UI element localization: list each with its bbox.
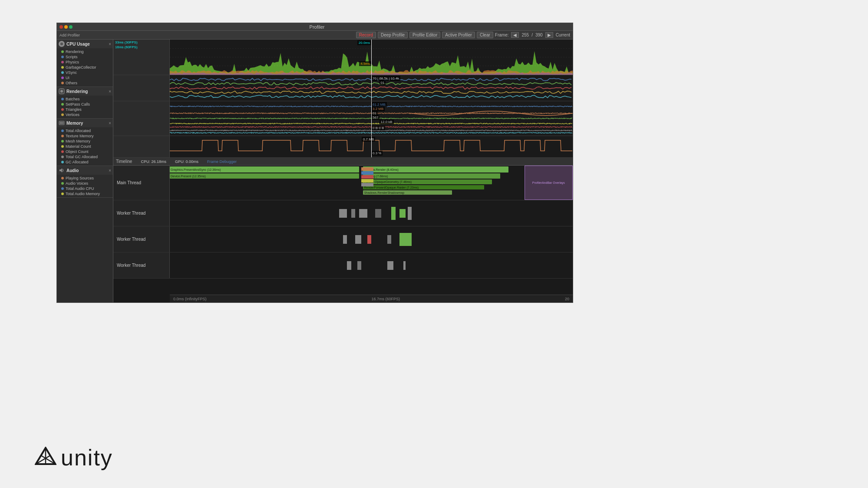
memory-close[interactable]: × — [109, 121, 111, 126]
frame-next-btn[interactable]: ▶ — [545, 32, 553, 38]
memory-section: Memory × Total Allocated Texture Memory … — [57, 119, 113, 166]
cpu-items: Rendering Scripts Physics GarbageCollect… — [57, 48, 113, 86]
tl-middle-blocks — [361, 167, 373, 193]
memory-playhead — [371, 101, 372, 136]
window-min-btn[interactable] — [64, 25, 68, 29]
physics-dot — [61, 61, 64, 63]
cpu-section-header[interactable]: CPU Usage × — [57, 40, 113, 48]
mem-item-texture: Texture Memory — [60, 133, 113, 139]
tl-right-overlay: ProfilerAndBar Overlays — [525, 166, 573, 200]
tl-block-present-sync[interactable]: Graphics.PresentAndSync (12.36ms) — [170, 166, 359, 173]
tl-block-camera-render[interactable]: Camera.Render (8.40ms) — [363, 166, 508, 173]
mem-item-object: Object Count — [60, 149, 113, 154]
audio-items: Playing Sources Audio Voices Total Audio… — [57, 175, 113, 197]
wt3-block4 — [403, 261, 406, 270]
cpu-fps60: 16ms (60FPS) — [115, 45, 138, 49]
worker-thread-2-bars[interactable] — [170, 226, 573, 252]
audio-section: Audio × Playing Sources Audio Voices Tot… — [57, 166, 113, 198]
audio-val2: 0.3 % — [371, 151, 383, 156]
tl-block-drawing[interactable]: Drawing (7.68ms) — [363, 173, 500, 179]
scale-left: 0.0ms (InfinityFPS) — [173, 297, 207, 301]
rendering-chart-row: 70 | 68.5k | 10.4k 01 — [113, 75, 573, 101]
worker-thread-1-bars[interactable] — [170, 200, 573, 226]
render-item-setpass: SetPass Calls — [60, 102, 113, 107]
render-playhead — [371, 75, 372, 101]
tl-block-render-opaque[interactable]: Render.OpaqueGeometry (7.46ms) — [363, 179, 492, 184]
profile-editor-button[interactable]: Profile Editor — [409, 32, 440, 38]
active-profiler-button[interactable]: Active Profiler — [442, 32, 475, 38]
frame-debugger-link[interactable]: Frame Debugger — [207, 159, 237, 164]
frame-prev-btn[interactable]: ◀ — [511, 32, 519, 38]
cpu-title: CPU Usage — [66, 42, 90, 46]
cpu-chart-row: 33ms (30FPS) 16ms (60FPS) 20.0ms 4.5ms — [113, 40, 573, 75]
memory-title: Memory — [66, 121, 83, 126]
tl-block-shadows[interactable]: Shadows.RenderShadowmap — [363, 190, 452, 195]
worker-thread-3-bars[interactable] — [170, 252, 573, 278]
tl-block-device-present[interactable]: Device.Present (12.35ms) — [170, 173, 359, 179]
tl-block-render-forward[interactable]: RenderForwardOpaque.Raider (7.23ms) — [363, 185, 484, 189]
mem-item-material: Material Count — [60, 144, 113, 149]
wt1-block6 — [399, 209, 406, 218]
audio-chart-canvas-area[interactable]: 0.7 MB 0.3 % — [170, 136, 573, 157]
audio-close[interactable]: × — [109, 168, 111, 173]
rendering-dot — [61, 50, 64, 53]
mem-val6: 0 B 0 B — [371, 126, 385, 130]
audio-item-cpu: Total Audio CPU — [60, 186, 113, 191]
rendering-close[interactable]: × — [109, 89, 111, 94]
mem-item-total: Total Allocated — [60, 128, 113, 133]
audio-item-voices: Audio Voices — [60, 181, 113, 186]
audio-item-memory: Total Audio Memory — [60, 191, 113, 196]
audio-val1: 0.7 MB — [362, 137, 375, 142]
unity-logo-area: unity — [35, 445, 113, 471]
record-button[interactable]: Record — [356, 32, 376, 38]
scale-middle: 16.7ms (60FPS) — [371, 297, 400, 301]
render-val1: 70 | 68.5k | 10.4k — [371, 76, 400, 81]
mem-item-mesh: Mesh Memory — [60, 139, 113, 144]
svg-point-2 — [60, 90, 63, 93]
wt1-block2 — [351, 209, 355, 218]
wt2-block3 — [367, 235, 371, 244]
worker-thread-2-row: Worker Thread — [113, 226, 573, 252]
wt3-block1 — [347, 261, 351, 270]
memory-chart-canvas-area[interactable]: 61.2 MB 3.2 MB 01 567 12.0 kB 0 B 0 B — [170, 101, 573, 136]
frame-current: 255 — [521, 33, 529, 37]
cpu-chart-canvas-area[interactable]: 20.0ms 4.5ms — [170, 40, 573, 75]
memory-icon — [59, 120, 65, 126]
rendering-section-header[interactable]: Rendering × — [57, 87, 113, 96]
profiler-body: CPU Usage × Rendering Scripts Physics — [57, 40, 573, 302]
cpu-item-vsync: VSync — [60, 70, 113, 75]
svg-rect-4 — [60, 122, 61, 124]
wt3-block3 — [387, 261, 393, 270]
timeline-content: Main Thread Graphics.PresentAndSync (12.… — [113, 166, 573, 302]
audio-title: Audio — [66, 168, 79, 173]
worker-thread-2-label: Worker Thread — [113, 226, 170, 252]
window-controls[interactable] — [59, 25, 73, 29]
worker-thread-3-label: Worker Thread — [113, 252, 170, 278]
mem-val5: 12.0 kB — [380, 120, 394, 124]
rendering-items: Batches SetPass Calls Triangles Vertices — [57, 96, 113, 118]
rendering-chart-canvas-area[interactable]: 70 | 68.5k | 10.4k 01 — [170, 75, 573, 101]
window-close-btn[interactable] — [59, 25, 63, 29]
frame-total: 390 — [535, 33, 543, 37]
audio-section-header[interactable]: Audio × — [57, 166, 113, 175]
svg-rect-5 — [61, 122, 62, 124]
memory-items: Total Allocated Texture Memory Mesh Memo… — [57, 127, 113, 166]
cpu-item-gc: GarbageCollector — [60, 65, 113, 70]
mem-item-totalgc: Total GC Allocated — [60, 154, 113, 159]
wt1-block4 — [375, 209, 381, 218]
unity-logo-icon — [35, 447, 56, 468]
deep-profile-button[interactable]: Deep Profile — [378, 32, 408, 38]
window-max-btn[interactable] — [69, 25, 73, 29]
scripts-dot — [61, 56, 64, 58]
wt2-block5 — [399, 233, 412, 246]
clear-button[interactable]: Clear — [477, 32, 493, 38]
wt1-block5 — [391, 207, 395, 220]
memory-section-header[interactable]: Memory × — [57, 119, 113, 127]
current-label: Current — [556, 33, 570, 37]
mem-item-gc: GC Allocated — [60, 159, 113, 165]
timeline-scale-bar: 0.0ms (InfinityFPS) 16.7ms (60FPS) 20 — [170, 295, 573, 302]
cpu-close[interactable]: × — [109, 42, 111, 46]
cpu-item-rendering: Rendering — [60, 49, 113, 54]
worker-thread-1-label: Worker Thread — [113, 200, 170, 226]
main-thread-bars[interactable]: Graphics.PresentAndSync (12.36ms) Device… — [170, 166, 573, 200]
